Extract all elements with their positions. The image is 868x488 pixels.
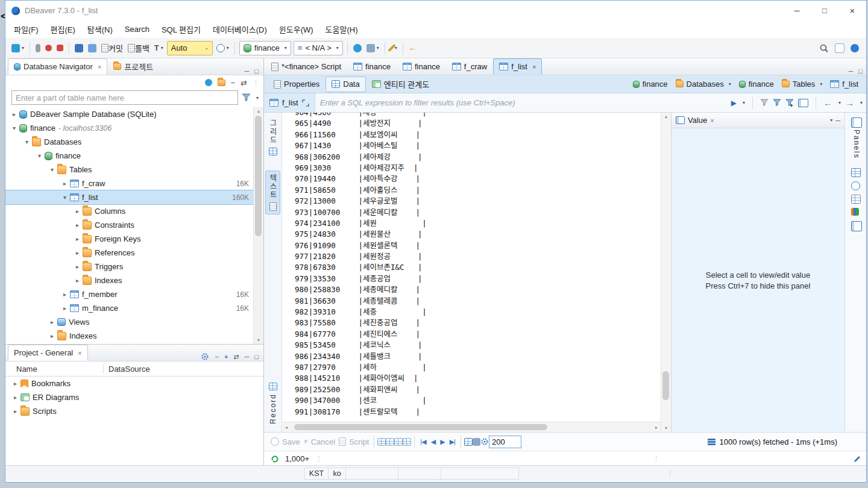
presentation-tab-text[interactable]: 텍스트	[265, 170, 280, 214]
grid-row[interactable]: 979|33530 |세종공업 |	[282, 274, 661, 284]
grid-row[interactable]: 971|58650 |세아홀딩스 |	[282, 185, 661, 196]
datasource-combo[interactable]: finance▾	[239, 41, 291, 55]
cancel-button[interactable]: ×Cancel	[304, 437, 335, 446]
tree-item-foreign-keys[interactable]: ▸Foreign Keys	[5, 232, 263, 246]
close-icon[interactable]: ×	[98, 63, 101, 70]
grouping-panel-icon[interactable]	[851, 208, 859, 216]
aggregate-panel-icon[interactable]	[851, 195, 861, 204]
filter-clear-icon[interactable]	[760, 99, 769, 107]
expander-icon[interactable]: ▸	[72, 236, 83, 242]
edit-pencil-icon[interactable]	[853, 455, 861, 463]
nav-forward-icon[interactable]: →	[845, 98, 854, 108]
collapse-all-icon[interactable]: −	[231, 78, 236, 87]
commit-button[interactable]: 커밋	[99, 41, 125, 55]
grid-row[interactable]: 974|234100 |세원 |	[282, 218, 661, 229]
auto-commit-combo[interactable]: Auto⌄	[167, 41, 213, 55]
link-with-editor-icon[interactable]: ⇄	[241, 78, 247, 87]
last-row-button[interactable]: ▶|	[450, 438, 455, 446]
expander-icon[interactable]: ▸	[60, 180, 70, 187]
grid-row[interactable]: 990|347000 |센코 |	[282, 395, 661, 406]
vertical-scrollbar[interactable]: ▴ ▾	[661, 113, 671, 432]
grid-row[interactable]: 973|100700 |세운메디칼 |	[282, 207, 661, 218]
expander-icon[interactable]: ▾	[22, 139, 32, 145]
close-icon[interactable]: ×	[78, 349, 81, 357]
close-button[interactable]: ×	[838, 1, 866, 20]
expander-icon[interactable]: ▸	[72, 249, 83, 256]
subtab-er-diagram[interactable]: 엔티티 관계도	[366, 77, 435, 92]
result-table-chip[interactable]: f_list	[264, 93, 315, 112]
expand-filter-icon[interactable]	[302, 99, 309, 107]
tree-item-triggers[interactable]: ▸Triggers	[5, 260, 263, 274]
tree-item-indexes[interactable]: ▸Indexes	[5, 274, 263, 287]
breadcrumb-finance-db[interactable]: finance	[736, 78, 777, 90]
expander-icon[interactable]: ▸	[47, 333, 57, 339]
drag-handle-icon[interactable]: ⋮	[653, 455, 659, 463]
expander-icon[interactable]: ▸	[10, 380, 20, 387]
grid-row[interactable]: 972|13000 |세우글로벌 |	[282, 196, 661, 207]
navigator-scrollbar[interactable]: ▴ ▾	[253, 107, 263, 344]
menu-sql-editor[interactable]: SQL 편집기	[156, 20, 207, 38]
expand-icon[interactable]: +	[224, 353, 228, 360]
expander-icon[interactable]: ▸	[72, 222, 83, 228]
filter-caret-icon[interactable]: ▾	[256, 95, 259, 101]
tree-item-references[interactable]: ▸References	[5, 246, 263, 260]
breadcrumb-databases[interactable]: Databases▾	[673, 78, 734, 90]
tree-item-columns[interactable]: ▸Columns	[5, 204, 263, 218]
tab-finance-2[interactable]: finance	[397, 58, 446, 75]
breakpoint-button[interactable]	[43, 41, 54, 55]
project-item-scripts[interactable]: ▸Scripts	[5, 404, 263, 418]
tree-item-constraints[interactable]: ▸Constraints	[5, 218, 263, 232]
expander-icon[interactable]: ▸	[60, 291, 70, 298]
fetch-all-icon[interactable]	[394, 438, 403, 446]
minimize-button[interactable]: ─	[783, 1, 811, 20]
dbeaver-perspective-icon[interactable]	[851, 44, 859, 52]
grid-row[interactable]: 964|4360 |세방 |	[282, 113, 661, 118]
expander-icon[interactable]: ▾	[47, 166, 57, 173]
export-button[interactable]: ▾	[365, 41, 381, 55]
grid-row[interactable]: 965|4490 |세방전지 |	[282, 118, 661, 129]
refresh-mode-button[interactable]: ▾	[215, 41, 231, 55]
fetch-size-input[interactable]	[489, 436, 521, 448]
sql-filter-input[interactable]	[315, 98, 731, 107]
rollback-button[interactable]: 롤백	[126, 41, 151, 55]
expander-icon[interactable]: ▸	[72, 263, 83, 270]
grid-row[interactable]: 982|39310 |세중 |	[282, 307, 661, 318]
expander-icon[interactable]: ▸	[72, 277, 83, 284]
breadcrumb-tables[interactable]: Tables▾	[779, 78, 826, 90]
stop-button[interactable]	[55, 41, 65, 55]
script-button[interactable]: Script	[339, 437, 369, 446]
expander-icon[interactable]: ▾	[60, 194, 70, 201]
menu-navigate[interactable]: 탐색(N)	[81, 20, 119, 38]
breadcrumb-finance[interactable]: finance	[630, 78, 671, 90]
grid-row[interactable]: 967|1430 |세아베스틸 |	[282, 140, 661, 151]
grid-row[interactable]: 968|306200 |세아제강 |	[282, 152, 661, 163]
grid-row[interactable]: 983|75580 |세진중공업 |	[282, 318, 661, 328]
grid-row[interactable]: 981|36630 |세종텔레콤 |	[282, 296, 661, 307]
link-editor-icon[interactable]: ⇄	[233, 353, 239, 361]
project-item-er-diagrams[interactable]: ▸ER Diagrams	[5, 390, 263, 404]
grid-row[interactable]: 989|252500 |세화피앤씨 |	[282, 384, 661, 395]
execute-button[interactable]	[73, 41, 85, 55]
tab-f-list[interactable]: f_list×	[493, 58, 542, 75]
column-header-datasource[interactable]: DataSource	[104, 364, 150, 374]
grid-row[interactable]: 991|308170 |센트랄모텍 |	[282, 407, 661, 418]
previous-row-button[interactable]: ◀	[431, 438, 435, 446]
expander-icon[interactable]: ▸	[10, 394, 20, 401]
refresh-count-icon[interactable]	[270, 454, 279, 463]
tree-item-m-finance[interactable]: ▸m_finance16K	[5, 301, 263, 315]
subtab-data[interactable]: Data	[326, 77, 365, 92]
settings-gear-icon[interactable]	[480, 437, 489, 446]
expander-icon[interactable]: ▸	[9, 111, 19, 117]
value-panel-toggle-icon[interactable]	[851, 168, 861, 177]
collapse-icon[interactable]: −	[215, 353, 218, 360]
filter-save-icon[interactable]	[773, 99, 781, 107]
maximize-button[interactable]: □	[811, 1, 838, 20]
expander-icon[interactable]: ▾	[34, 152, 45, 159]
view-menu-icon[interactable]: ⋮	[253, 79, 259, 87]
grid-row[interactable]: 986|234340 |세틀뱅크 |	[282, 351, 661, 362]
pin-button[interactable]	[34, 41, 42, 55]
grid-row[interactable]: 977|21820 |세원정공 |	[282, 251, 661, 262]
tree-item-f-craw[interactable]: ▸f_craw16K	[5, 177, 263, 190]
menu-window[interactable]: 윈도우(W)	[273, 20, 319, 38]
panel-menu-icon[interactable]: ▾	[830, 117, 832, 123]
